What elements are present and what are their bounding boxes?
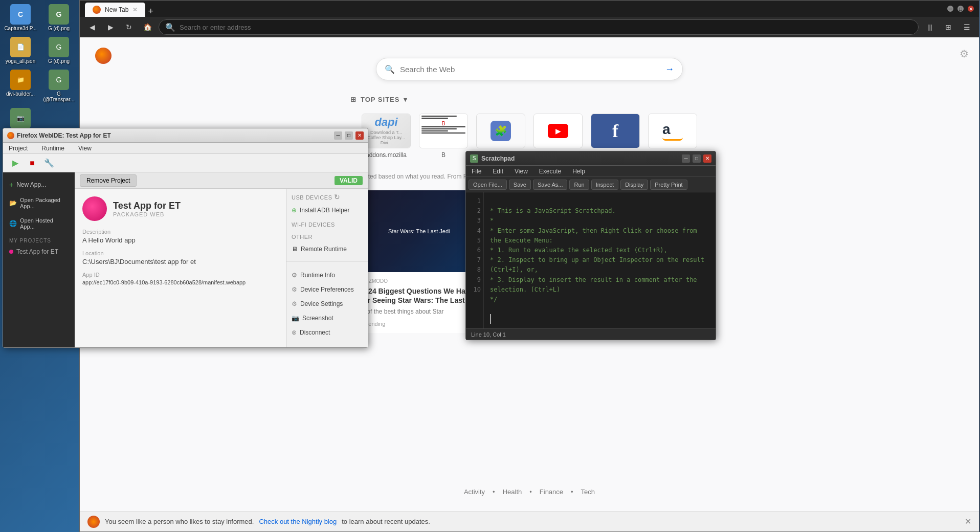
- desktop-icon-capture3d[interactable]: C Capture3d P...: [3, 3, 38, 33]
- camera-icon: 📷: [292, 315, 299, 322]
- desktop-icon-label: yoga_all.json: [6, 58, 35, 64]
- webide-favicon: [7, 132, 14, 139]
- news-trending: ⚡ Trending: [353, 320, 484, 327]
- code-line-6: * 2. Inspect to bring up an Object Inspe…: [490, 255, 709, 275]
- desktop-icon-label: G (d).png: [48, 26, 70, 31]
- sidebar-project-test-app[interactable]: Test App for ET: [3, 245, 75, 258]
- device-settings-item[interactable]: ⚙ Device Settings: [286, 297, 368, 311]
- debug-button[interactable]: 🔧: [42, 156, 56, 170]
- remove-project-button[interactable]: Remove Project: [80, 174, 137, 187]
- menu-edit[interactable]: Edit: [489, 167, 506, 176]
- remote-runtime-item[interactable]: 🖥 Remote Runtime: [286, 242, 368, 256]
- sidebar-new-app[interactable]: + New App...: [3, 176, 75, 193]
- sidebar-open-hosted[interactable]: 🌐 Open Hosted App...: [3, 213, 75, 234]
- menu-runtime[interactable]: Runtime: [38, 144, 68, 153]
- menu-view[interactable]: View: [75, 144, 95, 153]
- tabs-button[interactable]: ⊞: [941, 20, 955, 34]
- webide-minimize-button[interactable]: ─: [334, 131, 342, 140]
- desktop-icon-label: G (@Transpar...: [42, 91, 75, 102]
- run-button[interactable]: Run: [569, 180, 589, 190]
- desktop-icon-divi[interactable]: 📁 divi-builder...: [3, 68, 38, 104]
- save-button[interactable]: Save: [509, 180, 531, 190]
- notif-link[interactable]: Check out the Nightly blog: [259, 518, 337, 525]
- status-bar-text: Line 10, Col 1: [471, 331, 506, 338]
- category-activity[interactable]: Activity: [464, 488, 485, 496]
- desktop-icon-g-png[interactable]: G G (d).png: [41, 3, 77, 33]
- plus-icon: +: [9, 181, 13, 189]
- scratchpad-code-area[interactable]: 1 2 3 4 5 6 7 8 9 10 * This is a JavaScr…: [466, 192, 716, 328]
- webide-close-button[interactable]: ✕: [355, 131, 364, 140]
- top-site-page2[interactable]: B B: [418, 109, 469, 163]
- category-health[interactable]: Health: [503, 488, 522, 496]
- bookmarks-button[interactable]: |||: [923, 20, 937, 34]
- address-input[interactable]: [180, 24, 912, 31]
- firefox-titlebar: New Tab ✕ + ─ □ ✕: [80, 1, 979, 17]
- minimize-button[interactable]: ─: [947, 6, 953, 12]
- display-button[interactable]: Display: [620, 180, 648, 190]
- newtab-settings-icon[interactable]: ⚙: [960, 48, 969, 60]
- scratchpad-close-button[interactable]: ✕: [703, 154, 711, 163]
- menu-help[interactable]: Help: [569, 167, 588, 176]
- save-as-button[interactable]: Save As...: [533, 180, 568, 190]
- category-tech[interactable]: Tech: [581, 488, 595, 496]
- device-prefs-item[interactable]: ⚙ Device Preferences: [286, 282, 368, 297]
- new-tab-button[interactable]: +: [145, 6, 156, 17]
- menu-execute[interactable]: Execute: [536, 167, 564, 176]
- desktop: C Capture3d P... G G (d).png 📄 yoga_all.…: [0, 0, 980, 532]
- webide-sidebar: + New App... 📂 Open Packaged App... 🌐 Op…: [3, 172, 75, 347]
- sidebar-open-packaged[interactable]: 📂 Open Packaged App...: [3, 193, 75, 213]
- maximize-button[interactable]: □: [957, 6, 964, 12]
- top-sites-dropdown-icon[interactable]: ▾: [404, 96, 408, 103]
- desktop-icon-g2[interactable]: G G (d).png: [41, 35, 77, 65]
- project-icon: [82, 196, 107, 221]
- top-site-addons[interactable]: dapi Download a T...Coffee Shop Lay...Di…: [361, 109, 412, 163]
- menu-project[interactable]: Project: [6, 144, 31, 153]
- project-info: Test App for ET PACKAGED WEB Description…: [75, 189, 286, 347]
- reload-button[interactable]: ↻: [122, 20, 136, 34]
- run-button[interactable]: ▶: [8, 156, 23, 170]
- tab-bar: New Tab ✕ +: [85, 1, 156, 17]
- category-finance[interactable]: Finance: [540, 488, 563, 496]
- menu-button[interactable]: ☰: [960, 20, 974, 34]
- desktop-icon-yoga[interactable]: 📄 yoga_all.json: [3, 35, 38, 65]
- disconnect-item[interactable]: ⊗ Disconnect: [286, 325, 368, 340]
- screenshot-item[interactable]: 📷 Screenshot: [286, 311, 368, 325]
- news-categories: Activity • Health • Finance • Tech: [80, 483, 979, 501]
- scratchpad-maximize-button[interactable]: □: [693, 154, 701, 163]
- home-button[interactable]: 🏠: [140, 20, 154, 34]
- gear-icon: ⚙: [292, 272, 297, 279]
- desktop-icon-g3[interactable]: G G (@Transpar...: [41, 68, 77, 104]
- address-bar[interactable]: 🔍: [159, 19, 919, 35]
- refresh-icon[interactable]: ↻: [334, 193, 341, 201]
- plus-circle-icon: ⊕: [292, 207, 297, 214]
- menu-file[interactable]: File: [469, 167, 484, 176]
- notif-close-button[interactable]: ✕: [965, 517, 971, 526]
- menu-view[interactable]: View: [511, 167, 531, 176]
- main-search-input[interactable]: [400, 65, 660, 74]
- news-excerpt: One of the best things about Star: [353, 307, 484, 316]
- notif-suffix: to learn about recent updates.: [342, 518, 430, 525]
- tab-new-tab[interactable]: New Tab ✕: [85, 3, 145, 17]
- inspect-button[interactable]: Inspect: [591, 180, 618, 190]
- main-search-bar[interactable]: 🔍 →: [376, 58, 683, 80]
- back-button[interactable]: ◀: [85, 20, 99, 34]
- tab-close-button[interactable]: ✕: [132, 6, 138, 13]
- device-panel: USB DEVICES ↻ ⊕ Install ADB Helper WI-FI…: [286, 189, 368, 347]
- scratchpad-minimize-button[interactable]: ─: [682, 154, 690, 163]
- close-button[interactable]: ✕: [968, 6, 974, 12]
- webide-maximize-button[interactable]: □: [345, 131, 353, 140]
- code-line-8: */: [490, 295, 709, 304]
- pretty-print-button[interactable]: Pretty Print: [650, 180, 687, 190]
- runtime-info-item[interactable]: ⚙ Runtime Info: [286, 268, 368, 282]
- code-editor[interactable]: * This is a JavaScript Scratchpad. * * E…: [484, 192, 716, 328]
- window-controls: ─ □ ✕: [947, 6, 974, 12]
- tab-label: New Tab: [105, 6, 128, 13]
- code-line-9: [490, 304, 709, 314]
- open-file-button[interactable]: Open File...: [469, 180, 507, 190]
- search-submit-icon[interactable]: →: [665, 64, 674, 75]
- stop-button[interactable]: ■: [25, 156, 39, 170]
- forward-button[interactable]: ▶: [103, 20, 118, 34]
- code-line-2: * This is a JavaScript Scratchpad.: [490, 206, 709, 216]
- install-adb-item[interactable]: ⊕ Install ADB Helper: [286, 203, 368, 217]
- device-settings-icon: ⚙: [292, 300, 297, 307]
